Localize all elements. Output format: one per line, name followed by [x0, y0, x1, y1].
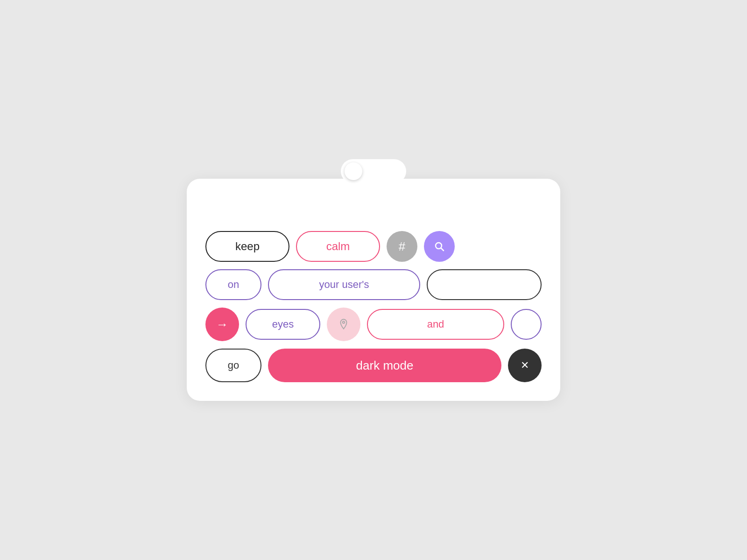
outer-container: keep calm # on your user's	[187, 159, 560, 401]
search-button[interactable]	[424, 231, 455, 262]
row-3: → eyes and	[205, 308, 542, 341]
arrow-button[interactable]: →	[205, 308, 239, 341]
and-button[interactable]: and	[367, 309, 504, 340]
dark-mode-button[interactable]: dark mode	[268, 349, 501, 382]
go-button[interactable]: go	[205, 349, 261, 382]
search-input[interactable]	[205, 196, 542, 220]
svg-point-2	[343, 322, 345, 323]
on-button[interactable]: on	[205, 269, 261, 300]
toggle-knob	[345, 162, 362, 180]
hash-button[interactable]: #	[387, 231, 417, 262]
calm-button[interactable]: calm	[296, 231, 380, 262]
row-4: go dark mode ✕	[205, 349, 542, 382]
pin-button[interactable]	[327, 308, 360, 341]
location-pin-icon	[338, 318, 350, 330]
empty-circle-button[interactable]	[511, 309, 542, 340]
empty-dark-button[interactable]	[427, 269, 542, 300]
toggle-bar[interactable]	[341, 159, 406, 183]
close-icon: ✕	[521, 359, 529, 371]
close-button[interactable]: ✕	[508, 349, 542, 382]
row-1: keep calm #	[205, 231, 542, 262]
row-2: on your user's	[205, 269, 542, 300]
eyes-button[interactable]: eyes	[246, 309, 320, 340]
arrow-right-icon: →	[216, 317, 228, 332]
your-users-button[interactable]: your user's	[268, 269, 420, 300]
search-icon	[434, 241, 445, 252]
keep-button[interactable]: keep	[205, 231, 289, 262]
svg-line-1	[441, 248, 444, 251]
main-card: keep calm # on your user's	[187, 179, 560, 401]
